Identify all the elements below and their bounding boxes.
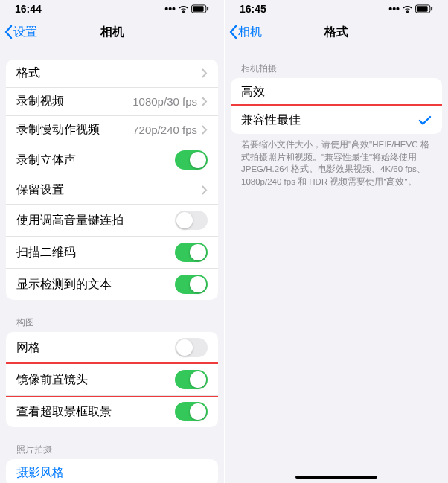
content-scroll[interactable]: 格式 录制视频 1080p/30 fps 录制慢动作视频 720p/240 fp…	[0, 46, 224, 483]
label: 显示检测到的文本	[16, 277, 175, 292]
chevron-right-icon	[202, 68, 208, 78]
label: 格式	[16, 65, 202, 81]
svg-rect-5	[431, 7, 432, 11]
wifi-icon	[178, 5, 189, 13]
back-button[interactable]: 设置	[4, 25, 37, 40]
battery-icon	[191, 4, 209, 13]
row-mirror-front-camera[interactable]: 镜像前置镜头	[6, 364, 218, 396]
card: 格式 录制视频 1080p/30 fps 录制慢动作视频 720p/240 fp…	[6, 60, 218, 300]
wifi-icon	[402, 5, 413, 13]
status-time: 16:44	[15, 3, 42, 15]
switch-outside-frame[interactable]	[175, 402, 208, 421]
label: 保留设置	[16, 182, 202, 198]
back-button[interactable]: 相机	[229, 25, 262, 40]
row-high-efficiency[interactable]: 高效	[231, 78, 442, 106]
switch-stereo[interactable]	[175, 150, 208, 170]
chevron-left-icon	[4, 25, 13, 39]
row-grid[interactable]: 网格	[6, 332, 218, 364]
label: 兼容性最佳	[241, 112, 418, 128]
chevron-right-icon	[202, 125, 208, 135]
chevron-left-icon	[229, 25, 238, 39]
section-header: 相机拍摄	[231, 60, 442, 78]
row-detect-text[interactable]: 显示检测到的文本	[6, 269, 218, 300]
nav-bar: 设置 相机	[0, 18, 224, 46]
phone-camera-settings: 16:44 ••• 设置 相机 格式 录制视频 1080p/30 fps	[0, 0, 224, 483]
row-most-compatible[interactable]: 兼容性最佳	[231, 106, 442, 134]
dots-icon: •••	[388, 3, 400, 15]
label: 录制立体声	[16, 153, 175, 168]
label: 录制视频	[16, 94, 132, 109]
row-record-video[interactable]: 录制视频 1080p/30 fps	[6, 88, 218, 116]
chevron-right-icon	[202, 97, 208, 106]
home-indicator[interactable]	[295, 476, 377, 479]
switch-grid[interactable]	[175, 338, 208, 357]
row-formats[interactable]: 格式	[6, 60, 218, 88]
group-composition: 构图 网格 镜像前置镜头 查看超取景框取景	[6, 313, 218, 427]
row-volume-burst[interactable]: 使用调高音量键连拍	[6, 205, 218, 237]
row-scan-qr[interactable]: 扫描二维码	[6, 237, 218, 269]
status-bar: 16:45 •••	[225, 0, 448, 18]
group-camera: 格式 录制视频 1080p/30 fps 录制慢动作视频 720p/240 fp…	[6, 60, 218, 300]
status-bar: 16:44 •••	[0, 0, 224, 18]
status-time: 16:45	[240, 3, 266, 15]
switch-scan-qr[interactable]	[175, 243, 208, 262]
content-scroll[interactable]: 相机拍摄 高效 兼容性最佳 若要缩小文件大小，请使用"高效"HEIF/HEVC …	[225, 46, 448, 483]
chevron-right-icon	[202, 185, 208, 195]
row-photographic-styles[interactable]: 摄影风格	[6, 459, 218, 483]
label: 镜像前置镜头	[16, 372, 175, 388]
row-view-outside-frame[interactable]: 查看超取景框取景	[6, 396, 218, 427]
back-label: 相机	[238, 25, 262, 40]
row-stereo[interactable]: 录制立体声	[6, 144, 218, 176]
phone-formats: 16:45 ••• 相机 格式 相机拍摄 高效 兼容性最佳	[224, 0, 448, 483]
label: 录制慢动作视频	[16, 122, 132, 138]
card: 高效 兼容性最佳	[231, 78, 442, 134]
label: 扫描二维码	[16, 245, 175, 260]
section-footer: 若要缩小文件大小，请使用"高效"HEIF/HEVC 格式拍摄照片和视频。"兼容性…	[231, 134, 442, 193]
switch-volume-burst[interactable]	[175, 211, 208, 230]
section-header: 构图	[6, 313, 218, 332]
svg-rect-2	[207, 7, 208, 11]
label: 使用调高音量键连拍	[16, 213, 175, 228]
label: 摄影风格	[16, 465, 208, 481]
nav-bar: 相机 格式	[225, 18, 448, 46]
label: 高效	[241, 84, 432, 100]
status-right: •••	[388, 3, 433, 15]
page-title: 相机	[100, 25, 124, 40]
dots-icon: •••	[164, 3, 176, 15]
card: 网格 镜像前置镜头 查看超取景框取景	[6, 332, 218, 427]
section-header: 照片拍摄	[6, 441, 218, 459]
status-right: •••	[164, 3, 209, 15]
check-icon	[418, 115, 432, 126]
value: 720p/240 fps	[132, 124, 197, 136]
switch-mirror-front[interactable]	[175, 370, 208, 389]
label: 网格	[16, 340, 175, 356]
row-record-slomo[interactable]: 录制慢动作视频 720p/240 fps	[6, 116, 218, 144]
back-label: 设置	[13, 25, 37, 40]
battery-icon	[415, 4, 433, 13]
row-preserve-settings[interactable]: 保留设置	[6, 176, 218, 205]
switch-detect-text[interactable]	[175, 275, 208, 294]
group-camera-capture: 相机拍摄 高效 兼容性最佳 若要缩小文件大小，请使用"高效"HEIF/HEVC …	[231, 60, 442, 193]
card: 摄影风格	[6, 459, 218, 483]
svg-rect-1	[193, 6, 204, 11]
page-title: 格式	[324, 25, 348, 40]
svg-rect-4	[417, 6, 428, 11]
group-photo-capture: 照片拍摄 摄影风格 将你的个人审美带进摄影作品，使照片更加个性化。"摄影风格"使…	[6, 441, 218, 483]
value: 1080p/30 fps	[132, 95, 197, 108]
label: 查看超取景框取景	[16, 404, 175, 420]
